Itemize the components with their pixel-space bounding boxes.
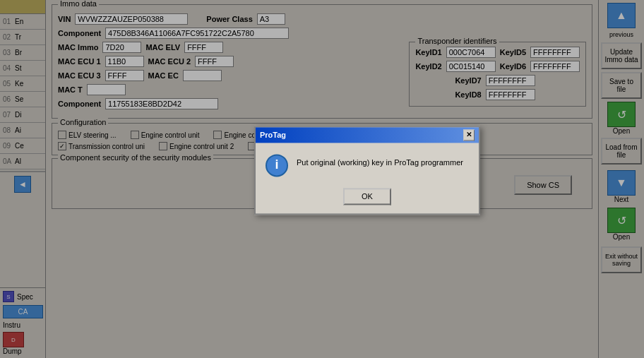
dialog-body: i Put original (working) key in ProTag p…	[256, 143, 479, 184]
dialog-ok-button[interactable]: OK	[343, 188, 391, 205]
dialog-footer: OK	[256, 184, 479, 213]
dialog-message: Put original (working) key in ProTag pro…	[297, 154, 463, 169]
protag-dialog: ProTag ✕ i Put original (working) key in…	[254, 126, 480, 215]
dialog-icon-letter: i	[275, 157, 278, 172]
dialog-title: ProTag	[260, 131, 286, 139]
dialog-titlebar: ProTag ✕	[256, 127, 479, 143]
dialog-info-icon: i	[266, 154, 288, 177]
dialog-close-button[interactable]: ✕	[463, 129, 475, 141]
dialog-overlay: ProTag ✕ i Put original (working) key in…	[0, 0, 644, 358]
